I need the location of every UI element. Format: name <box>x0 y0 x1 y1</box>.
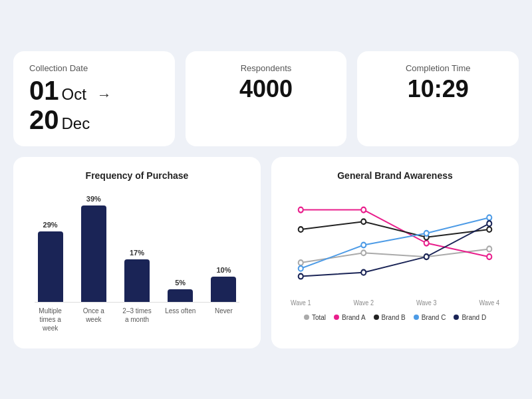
legend-label: Brand A <box>342 314 366 321</box>
svg-point-23 <box>487 221 491 226</box>
bar-group: 39% <box>78 189 109 302</box>
svg-point-12 <box>299 227 303 232</box>
bar-label: 2–3 times a month <box>121 307 152 332</box>
bar-chart-title: Frequency of Purchase <box>29 170 245 181</box>
svg-point-18 <box>424 230 429 235</box>
line-chart-area: Wave 1Wave 2Wave 3Wave 4 <box>287 189 503 309</box>
legend-item: Total <box>304 314 326 321</box>
date-end-month: Dec <box>62 114 90 132</box>
legend-dot <box>304 315 309 320</box>
legend-label: Total <box>312 314 326 321</box>
bar-label: Never <box>208 307 239 332</box>
line-chart-card: General Brand Awareness Wave 1Wave 2Wave… <box>271 157 519 348</box>
dashboard: Collection Date 01Oct → 20Dec Respondent… <box>13 51 519 348</box>
svg-point-11 <box>487 254 491 259</box>
svg-point-16 <box>299 265 303 271</box>
bar <box>168 289 193 302</box>
legend-item: Brand C <box>414 314 446 321</box>
bar-label: Once a week <box>78 307 109 332</box>
respondents-label: Respondents <box>241 63 292 73</box>
date-start-month: Oct <box>62 85 86 103</box>
legend: TotalBrand ABrand BBrand CBrand D <box>287 314 503 321</box>
collection-date-label: Collection Date <box>29 63 159 73</box>
respondents-value: 4000 <box>239 76 293 102</box>
legend-item: Brand B <box>374 314 406 321</box>
svg-point-15 <box>487 227 491 232</box>
svg-point-13 <box>361 219 366 224</box>
svg-point-5 <box>361 250 366 255</box>
svg-point-20 <box>299 273 303 279</box>
svg-point-4 <box>299 260 303 265</box>
svg-point-7 <box>487 246 491 251</box>
bar-pct: 29% <box>43 221 58 229</box>
svg-text:Wave 3: Wave 3 <box>416 299 437 307</box>
legend-label: Brand D <box>462 314 486 321</box>
bar-group: 17% <box>121 189 152 302</box>
bar-group: 5% <box>165 189 196 302</box>
date-start-day: 01 <box>29 76 59 105</box>
legend-dot <box>414 315 419 320</box>
bar-chart-card: Frequency of Purchase 29%39%17%5%10% Mul… <box>13 157 261 348</box>
line-chart-svg: Wave 1Wave 2Wave 3Wave 4 <box>287 189 503 309</box>
bottom-charts: Frequency of Purchase 29%39%17%5%10% Mul… <box>13 157 519 348</box>
bar-pct: 17% <box>130 249 144 257</box>
completion-time-value: 10:29 <box>408 76 469 102</box>
bar-labels: Multiple times a weekOnce a week2–3 time… <box>29 303 245 332</box>
svg-point-19 <box>487 215 491 220</box>
bar-chart-container: 29%39%17%5%10% Multiple times a weekOnce… <box>29 189 245 335</box>
top-cards: Collection Date 01Oct → 20Dec Respondent… <box>13 51 519 146</box>
svg-point-17 <box>361 242 366 247</box>
svg-point-21 <box>361 269 366 275</box>
bar <box>81 205 106 302</box>
line-chart-title: General Brand Awareness <box>287 170 503 181</box>
date-end-day: 20 <box>29 105 59 134</box>
svg-text:Wave 2: Wave 2 <box>353 299 374 307</box>
date-arrow: → <box>97 86 112 103</box>
svg-point-22 <box>424 254 429 259</box>
svg-text:Wave 4: Wave 4 <box>479 299 499 307</box>
svg-point-8 <box>299 207 303 212</box>
legend-dot <box>374 315 379 320</box>
bar-pct: 39% <box>86 195 101 203</box>
bar-pct: 10% <box>216 266 231 274</box>
legend-dot <box>454 315 459 320</box>
bar-group: 29% <box>35 189 66 302</box>
bar-label: Less often <box>165 307 196 332</box>
bar <box>124 259 150 302</box>
legend-item: Brand A <box>334 314 366 321</box>
completion-time-card: Completion Time 10:29 <box>357 51 519 146</box>
svg-point-9 <box>361 207 366 212</box>
legend-dot <box>334 315 339 320</box>
bar-label: Multiple times a week <box>35 307 66 332</box>
legend-label: Brand B <box>382 314 406 321</box>
svg-text:Wave 1: Wave 1 <box>291 299 311 307</box>
legend-label: Brand C <box>422 314 446 321</box>
bar-pct: 5% <box>175 279 186 287</box>
collection-date-card: Collection Date 01Oct → 20Dec <box>13 51 175 146</box>
svg-point-10 <box>424 240 429 245</box>
bar-group: 10% <box>208 189 239 302</box>
respondents-card: Respondents 4000 <box>186 51 347 146</box>
collection-date-value: 01Oct → 20Dec <box>29 76 159 134</box>
legend-item: Brand D <box>454 314 486 321</box>
completion-time-label: Completion Time <box>406 63 471 73</box>
bar <box>211 277 236 302</box>
bar <box>38 231 63 302</box>
bar-area: 29%39%17%5%10% <box>29 189 245 302</box>
